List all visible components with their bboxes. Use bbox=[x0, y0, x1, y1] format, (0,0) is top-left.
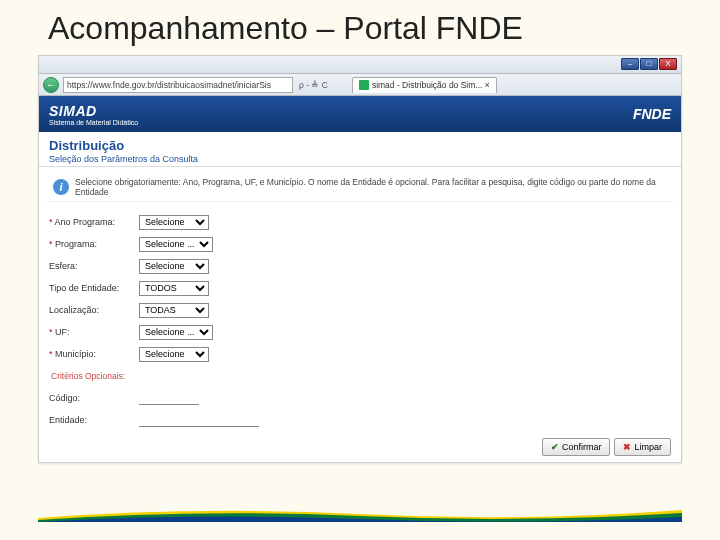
label-programa: * Programa: bbox=[49, 239, 139, 249]
address-search-controls[interactable]: ρ - ≜ C bbox=[297, 80, 328, 90]
select-ano[interactable]: Selecione bbox=[139, 215, 209, 230]
label-entidade: Entidade: bbox=[49, 415, 139, 425]
system-name: SIMAD bbox=[49, 103, 138, 119]
label-municipio: * Município: bbox=[49, 349, 139, 359]
nav-back-button[interactable]: ← bbox=[43, 77, 59, 93]
select-tipo[interactable]: TODOS bbox=[139, 281, 209, 296]
window-titlebar: – □ X bbox=[39, 56, 681, 74]
tab-label: simad - Distribuição do Sim... × bbox=[372, 78, 490, 92]
cancel-label: Limpar bbox=[634, 442, 662, 452]
select-esfera[interactable]: Selecione bbox=[139, 259, 209, 274]
select-local[interactable]: TODAS bbox=[139, 303, 209, 318]
app-header: SIMAD Sistema de Material Didático FNDE bbox=[39, 96, 681, 132]
fnde-logo: FNDE bbox=[633, 106, 671, 122]
check-icon: ✔ bbox=[551, 442, 559, 452]
input-entidade[interactable] bbox=[139, 414, 259, 427]
tab-favicon bbox=[359, 80, 369, 90]
label-codigo: Código: bbox=[49, 393, 139, 403]
confirm-label: Confirmar bbox=[562, 442, 602, 452]
slide-decoration-wave bbox=[38, 506, 682, 522]
confirm-button[interactable]: ✔ Confirmar bbox=[542, 438, 611, 456]
select-uf[interactable]: Selecione ... bbox=[139, 325, 213, 340]
window-maximize-button[interactable]: □ bbox=[640, 58, 658, 70]
browser-toolbar: ← https://www.fnde.gov.br/distribuicaosi… bbox=[39, 74, 681, 96]
input-codigo[interactable] bbox=[139, 392, 199, 405]
browser-window: – □ X ← https://www.fnde.gov.br/distribu… bbox=[38, 55, 682, 463]
label-esfera: Esfera: bbox=[49, 261, 139, 271]
button-row: ✔ Confirmar ✖ Limpar bbox=[542, 438, 671, 456]
label-ano: * Ano Programa: bbox=[49, 217, 139, 227]
select-programa[interactable]: Selecione ... bbox=[139, 237, 213, 252]
info-banner: i Selecione obrigatoriamente: Ano, Progr… bbox=[47, 173, 673, 202]
section-subtitle: Seleção dos Parâmetros da Consulta bbox=[49, 154, 671, 164]
section-header: Distribuição Seleção dos Parâmetros da C… bbox=[39, 132, 681, 167]
address-bar[interactable]: https://www.fnde.gov.br/distribuicaosima… bbox=[63, 77, 293, 93]
label-local: Localização: bbox=[49, 305, 139, 315]
simad-logo: SIMAD Sistema de Material Didático bbox=[49, 103, 138, 126]
section-title: Distribuição bbox=[49, 138, 671, 153]
slide-title: Acompanhamento – Portal FNDE bbox=[0, 0, 720, 55]
info-text: Selecione obrigatoriamente: Ano, Program… bbox=[75, 177, 667, 197]
form-area: * Ano Programa: Selecione * Programa: Se… bbox=[39, 208, 681, 436]
label-uf: * UF: bbox=[49, 327, 139, 337]
info-icon: i bbox=[53, 179, 69, 195]
label-criterios: Critérios Opcionais: bbox=[51, 371, 125, 381]
browser-tab[interactable]: simad - Distribuição do Sim... × bbox=[352, 77, 497, 93]
cancel-button[interactable]: ✖ Limpar bbox=[614, 438, 671, 456]
system-subtitle: Sistema de Material Didático bbox=[49, 119, 138, 126]
window-minimize-button[interactable]: – bbox=[621, 58, 639, 70]
window-close-button[interactable]: X bbox=[659, 58, 677, 70]
cancel-icon: ✖ bbox=[623, 442, 631, 452]
label-tipo: Tipo de Entidade: bbox=[49, 283, 139, 293]
select-municipio[interactable]: Selecione bbox=[139, 347, 209, 362]
